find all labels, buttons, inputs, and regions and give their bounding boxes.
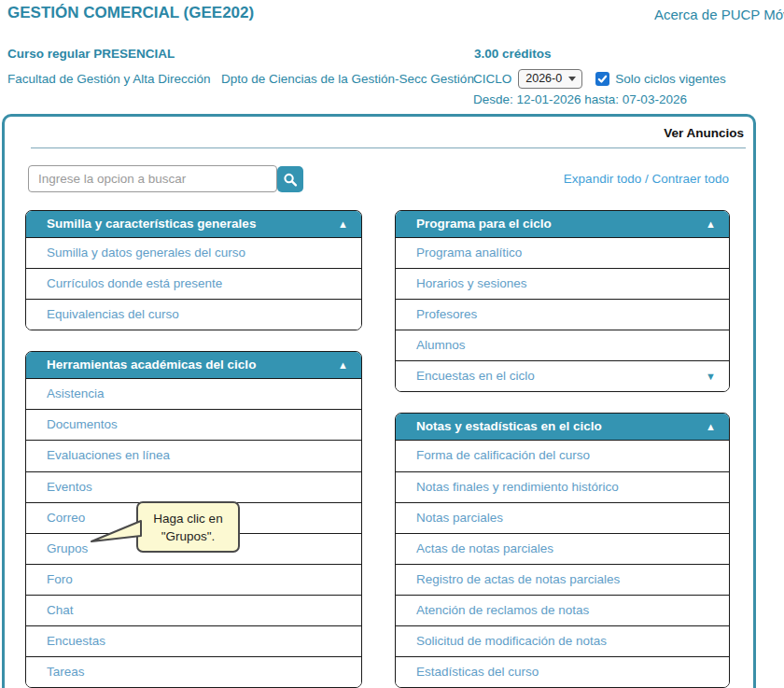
menu-item-documentos[interactable]: Documentos [26, 409, 361, 440]
menu-item-label: Horarios y sesiones [416, 276, 527, 290]
expand-collapse-links: Expandir todo / Contraer todo [564, 172, 729, 186]
menu-item-label: Profesores [416, 307, 477, 321]
menu-item-estadisticas-del-curso[interactable]: Estadísticas del curso [396, 656, 729, 687]
chevron-down-icon [568, 77, 576, 81]
accordion-header-notas-y-estadisticas-en-el-ciclo[interactable]: Notas y estadísticas en el ciclo▲ [396, 414, 729, 440]
collapse-arrow-icon: ▲ [706, 414, 716, 440]
faculty-label: Facultad de Gestión y Alta Dirección [7, 72, 211, 86]
course-type-label: Curso regular PRESENCIAL [7, 47, 175, 61]
only-current-cycles-checkbox[interactable] [595, 72, 609, 86]
header-divider [31, 147, 746, 148]
accordion-header-programa-para-el-ciclo[interactable]: Programa para el ciclo▲ [396, 211, 729, 237]
column-right: Programa para el ciclo▲Programa analític… [395, 210, 730, 688]
menu-item-label: Atención de reclamos de notas [416, 603, 589, 617]
menu-item-label: Asistencia [47, 386, 105, 400]
menu-item-profesores[interactable]: Profesores [396, 299, 729, 330]
menu-item-solicitud-de-modificacion-de-notas[interactable]: Solicitud de modificación de notas [396, 625, 729, 656]
accordion-title: Herramientas académicas del ciclo [47, 358, 256, 372]
menu-item-sumilla-y-datos-generales-del-curso[interactable]: Sumilla y datos generales del curso [26, 237, 361, 268]
menu-item-label: Tareas [47, 665, 85, 679]
menu-item-label: Solicitud de modificación de notas [416, 634, 607, 648]
menu-item-foro[interactable]: Foro [26, 564, 361, 595]
cycle-label: CICLO [473, 72, 511, 86]
callout-line2: "Grupos". [138, 527, 238, 545]
menu-item-label: Programa analítico [416, 246, 522, 260]
menu-item-label: Evaluaciones en línea [47, 448, 170, 462]
menu-item-programa-analitico[interactable]: Programa analítico [396, 237, 729, 268]
cycle-select-value: 2026-0 [525, 72, 562, 85]
menu-item-encuestas-en-el-ciclo[interactable]: Encuestas en el ciclo▼ [396, 360, 729, 391]
menu-item-label: Alumnos [416, 338, 466, 352]
menu-item-eventos[interactable]: Eventos [26, 471, 361, 502]
column-left: Sumilla y características generales▲Sumi… [25, 210, 362, 688]
expand-all-link[interactable]: Expandir todo [564, 172, 641, 186]
accordion-title: Notas y estadísticas en el ciclo [416, 419, 602, 433]
main-panel: Ver Anuncios Expandir todo / Contraer to… [2, 114, 756, 688]
page-title: GESTIÓN COMERCIAL (GEE202) [7, 4, 254, 22]
links-separator: / [641, 172, 651, 186]
department-label: Dpto de Ciencias de la Gestión-Secc Gest… [221, 72, 474, 86]
menu-item-label: Correo [47, 511, 85, 525]
cycle-date-range: Desde: 12-01-2026 hasta: 07-03-2026 [473, 92, 687, 106]
accordion-panel-notas-y-estadisticas-en-el-ciclo: Notas y estadísticas en el ciclo▲Forma d… [395, 413, 730, 688]
only-current-cycles-label: Solo ciclos vigentes [615, 72, 726, 86]
menu-item-curriculos-donde-esta-presente[interactable]: Currículos donde está presente [26, 268, 361, 299]
menu-item-alumnos[interactable]: Alumnos [396, 330, 729, 360]
menu-item-registro-de-actas-de-notas-parciales[interactable]: Registro de actas de notas parciales [396, 564, 729, 595]
search-icon [283, 172, 298, 188]
menu-item-label: Sumilla y datos generales del curso [47, 246, 245, 260]
menu-item-evaluaciones-en-linea[interactable]: Evaluaciones en línea [26, 440, 361, 470]
menu-item-label: Currículos donde está presente [47, 276, 222, 290]
menu-item-label: Estadísticas del curso [416, 665, 539, 679]
check-icon [597, 74, 608, 84]
menu-item-label: Equivalencias del curso [47, 307, 179, 321]
menu-item-horarios-y-sesiones[interactable]: Horarios y sesiones [396, 268, 729, 299]
menu-item-label: Actas de notas parciales [416, 541, 553, 555]
callout-line1: Haga clic en [138, 510, 238, 527]
cycle-row: CICLO 2026-0 Solo ciclos vigentes [473, 67, 726, 90]
menu-item-label: Chat [47, 603, 74, 617]
collapse-arrow-icon: ▲ [338, 211, 348, 237]
menu-item-label: Notas finales y rendimiento histórico [416, 480, 619, 494]
accordion-panel-sumilla-y-caracteristicas-generales: Sumilla y características generales▲Sumi… [25, 210, 362, 330]
accordion-panel-programa-para-el-ciclo: Programa para el ciclo▲Programa analític… [395, 210, 730, 392]
menu-item-asistencia[interactable]: Asistencia [26, 378, 361, 409]
view-announcements-link[interactable]: Ver Anuncios [664, 126, 744, 140]
menu-item-label: Notas parciales [416, 511, 503, 525]
collapse-all-link[interactable]: Contraer todo [651, 172, 729, 186]
menu-item-label: Encuestas en el ciclo [416, 369, 535, 383]
search-input[interactable] [28, 165, 277, 192]
page: GESTIÓN COMERCIAL (GEE202) Acerca de PUC… [0, 0, 784, 688]
menu-item-label: Forma de calificación del curso [416, 448, 590, 462]
menu-item-chat[interactable]: Chat [26, 595, 361, 625]
menu-item-label: Foro [47, 572, 73, 586]
search-button[interactable] [277, 166, 303, 192]
accordion-title: Programa para el ciclo [416, 217, 552, 231]
menu-item-label: Registro de actas de notas parciales [416, 572, 620, 586]
accordion-header-sumilla-y-caracteristicas-generales[interactable]: Sumilla y características generales▲ [26, 211, 361, 237]
menu-item-encuestas[interactable]: Encuestas [26, 625, 361, 656]
callout-tail [89, 518, 143, 546]
menu-item-actas-de-notas-parciales[interactable]: Actas de notas parciales [396, 533, 729, 564]
about-pucp-movil-link[interactable]: Acerca de PUCP Móvil [654, 7, 784, 22]
menu-item-equivalencias-del-curso[interactable]: Equivalencias del curso [26, 299, 361, 330]
menu-item-notas-finales-y-rendimiento-historico[interactable]: Notas finales y rendimiento histórico [396, 471, 729, 502]
cycle-select[interactable]: 2026-0 [518, 69, 582, 89]
menu-item-notas-parciales[interactable]: Notas parciales [396, 502, 729, 533]
menu-item-label: Eventos [47, 480, 92, 494]
menu-item-tareas[interactable]: Tareas [26, 656, 361, 687]
menu-item-label: Encuestas [47, 634, 105, 648]
menu-item-forma-de-calificacion-del-curso[interactable]: Forma de calificación del curso [396, 440, 729, 470]
menu-item-label: Documentos [47, 417, 118, 431]
expand-chevron-icon: ▼ [706, 361, 716, 391]
accordion-header-herramientas-academicas-del-ciclo[interactable]: Herramientas académicas del ciclo▲ [26, 352, 361, 378]
tutorial-callout: Haga clic en "Grupos". [136, 501, 240, 553]
collapse-arrow-icon: ▲ [338, 352, 348, 378]
collapse-arrow-icon: ▲ [706, 211, 716, 237]
credits-label: 3.00 créditos [474, 47, 552, 61]
accordion-title: Sumilla y características generales [47, 217, 256, 231]
menu-item-label: Grupos [47, 541, 88, 555]
menu-item-atencion-de-reclamos-de-notas[interactable]: Atención de reclamos de notas [396, 595, 729, 625]
